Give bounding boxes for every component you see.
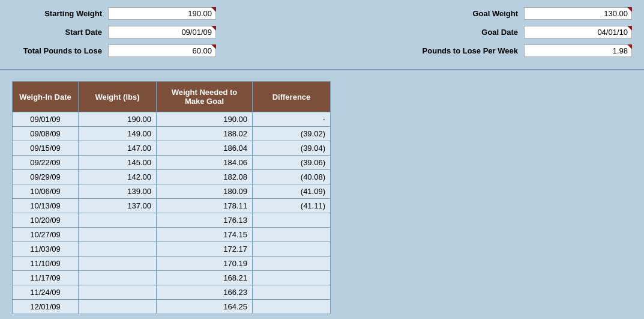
total-pounds-label: Total Pounds to Lose	[12, 46, 102, 55]
cell-date[interactable]: 09/22/09	[13, 156, 79, 170]
cell-weight[interactable]	[79, 228, 157, 242]
cell-date[interactable]: 10/27/09	[13, 228, 79, 242]
table-row: 09/22/09145.00184.06(39.06)	[13, 156, 331, 170]
cell-date[interactable]: 09/08/09	[13, 127, 79, 141]
cell-date[interactable]: 12/01/09	[13, 300, 79, 314]
col-header-diff: Difference	[253, 82, 331, 112]
cell-diff[interactable]: (40.08)	[253, 170, 331, 184]
cell-diff[interactable]	[253, 242, 331, 257]
total-pounds-value[interactable]: 60.00	[108, 44, 216, 57]
pounds-per-week-label: Pounds to Lose Per Week	[423, 46, 518, 55]
cell-date[interactable]: 10/13/09	[13, 199, 79, 213]
cell-weight[interactable]: 142.00	[79, 170, 157, 184]
cell-weight[interactable]	[79, 271, 157, 285]
table-section: Weigh-In Date Weight (lbs) Weight Needed…	[0, 75, 644, 319]
cell-goal[interactable]: 176.13	[157, 213, 253, 228]
divider	[0, 69, 644, 70]
cell-weight[interactable]	[79, 285, 157, 300]
left-form: Starting Weight 190.00 Start Date 09/01/…	[12, 7, 216, 57]
cell-goal[interactable]: 168.21	[157, 271, 253, 285]
goal-date-value[interactable]: 04/01/10	[524, 26, 632, 38]
cell-date[interactable]: 09/01/09	[13, 112, 79, 127]
cell-diff[interactable]: (39.04)	[253, 141, 331, 156]
starting-weight-row: Starting Weight 190.00	[12, 7, 216, 20]
table-row: 10/27/09174.15	[13, 228, 331, 242]
goal-weight-value[interactable]: 130.00	[524, 7, 632, 20]
starting-weight-value[interactable]: 190.00	[108, 7, 216, 20]
cell-diff[interactable]: (39.02)	[253, 127, 331, 141]
cell-diff[interactable]	[253, 285, 331, 300]
cell-diff[interactable]: (39.06)	[253, 156, 331, 170]
pounds-per-week-row: Pounds to Lose Per Week 1.98	[423, 44, 632, 57]
cell-weight[interactable]	[79, 242, 157, 257]
cell-diff[interactable]: -	[253, 112, 331, 127]
cell-goal[interactable]: 190.00	[157, 112, 253, 127]
cell-date[interactable]: 11/03/09	[13, 242, 79, 257]
cell-diff[interactable]: (41.09)	[253, 184, 331, 199]
cell-goal[interactable]: 184.06	[157, 156, 253, 170]
col-header-date: Weigh-In Date	[13, 82, 79, 112]
cell-goal[interactable]: 186.04	[157, 141, 253, 156]
table-row: 12/01/09164.25	[13, 300, 331, 314]
table-row: 09/01/09190.00190.00-	[13, 112, 331, 127]
right-form: Goal Weight 130.00 Goal Date 04/01/10 Po…	[423, 7, 632, 57]
cell-goal[interactable]: 178.11	[157, 199, 253, 213]
main-table: Weigh-In Date Weight (lbs) Weight Needed…	[12, 81, 331, 314]
cell-diff[interactable]	[253, 271, 331, 285]
cell-date[interactable]: 09/29/09	[13, 170, 79, 184]
cell-weight[interactable]: 137.00	[79, 199, 157, 213]
cell-weight[interactable]	[79, 257, 157, 271]
cell-date[interactable]: 10/20/09	[13, 213, 79, 228]
cell-goal[interactable]: 172.17	[157, 242, 253, 257]
cell-goal[interactable]: 170.19	[157, 257, 253, 271]
table-row: 09/08/09149.00188.02(39.02)	[13, 127, 331, 141]
cell-date[interactable]: 11/24/09	[13, 285, 79, 300]
start-date-label: Start Date	[12, 28, 102, 37]
cell-diff[interactable]	[253, 257, 331, 271]
cell-diff[interactable]: (41.11)	[253, 199, 331, 213]
table-row: 11/10/09170.19	[13, 257, 331, 271]
cell-goal[interactable]: 182.08	[157, 170, 253, 184]
cell-diff[interactable]	[253, 213, 331, 228]
total-pounds-row: Total Pounds to Lose 60.00	[12, 44, 216, 57]
table-row: 09/15/09147.00186.04(39.04)	[13, 141, 331, 156]
table-row: 11/03/09172.17	[13, 242, 331, 257]
cell-date[interactable]: 10/06/09	[13, 184, 79, 199]
goal-date-row: Goal Date 04/01/10	[423, 26, 632, 38]
table-row: 11/24/09166.23	[13, 285, 331, 300]
start-date-value[interactable]: 09/01/09	[108, 26, 216, 38]
cell-goal[interactable]: 188.02	[157, 127, 253, 141]
cell-diff[interactable]	[253, 228, 331, 242]
cell-goal[interactable]: 174.15	[157, 228, 253, 242]
col-header-weight: Weight (lbs)	[79, 82, 157, 112]
col-header-goal: Weight Needed to Make Goal	[157, 82, 253, 112]
goal-weight-row: Goal Weight 130.00	[423, 7, 632, 20]
cell-weight[interactable]: 190.00	[79, 112, 157, 127]
cell-weight[interactable]: 139.00	[79, 184, 157, 199]
cell-date[interactable]: 09/15/09	[13, 141, 79, 156]
cell-weight[interactable]	[79, 213, 157, 228]
top-section: Starting Weight 190.00 Start Date 09/01/…	[0, 0, 644, 64]
table-row: 11/17/09168.21	[13, 271, 331, 285]
cell-date[interactable]: 11/17/09	[13, 271, 79, 285]
cell-goal[interactable]: 180.09	[157, 184, 253, 199]
cell-weight[interactable]	[79, 300, 157, 314]
cell-weight[interactable]: 145.00	[79, 156, 157, 170]
pounds-per-week-value[interactable]: 1.98	[524, 44, 632, 57]
cell-goal[interactable]: 166.23	[157, 285, 253, 300]
table-row: 10/20/09176.13	[13, 213, 331, 228]
table-row: 09/29/09142.00182.08(40.08)	[13, 170, 331, 184]
goal-date-label: Goal Date	[428, 28, 518, 37]
cell-weight[interactable]: 147.00	[79, 141, 157, 156]
goal-date-wrapper: 04/01/10	[524, 26, 632, 38]
table-row: 10/06/09139.00180.09(41.09)	[13, 184, 331, 199]
goal-weight-label: Goal Weight	[428, 9, 518, 18]
goal-weight-wrapper: 130.00	[524, 7, 632, 20]
start-date-row: Start Date 09/01/09	[12, 26, 216, 38]
cell-diff[interactable]	[253, 300, 331, 314]
starting-weight-wrapper: 190.00	[108, 7, 216, 20]
cell-weight[interactable]: 149.00	[79, 127, 157, 141]
cell-date[interactable]: 11/10/09	[13, 257, 79, 271]
cell-goal[interactable]: 164.25	[157, 300, 253, 314]
total-pounds-wrapper: 60.00	[108, 44, 216, 57]
